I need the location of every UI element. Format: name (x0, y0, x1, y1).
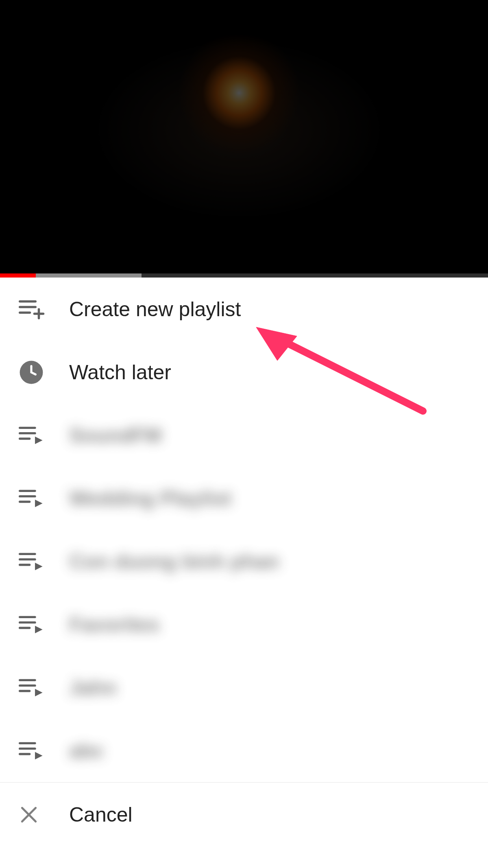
playlist-row-label: Favorites (69, 613, 159, 636)
video-progress-played (0, 273, 36, 278)
playlist-row[interactable]: abc (0, 719, 488, 782)
create-new-playlist-row[interactable]: Create new playlist (0, 278, 488, 341)
playlist-play-icon (19, 426, 69, 445)
video-dim-overlay (0, 0, 488, 278)
close-icon (19, 805, 69, 825)
video-progress-buffered (36, 273, 142, 278)
playlist-row[interactable]: Wedding Playlist (0, 467, 488, 530)
playlist-row[interactable]: Con duong binh phan (0, 530, 488, 593)
playlist-row[interactable]: SoundFM (0, 404, 488, 467)
playlist-play-icon (19, 741, 69, 761)
playlist-play-icon (19, 615, 69, 634)
svg-marker-25 (35, 689, 43, 696)
playlist-play-icon (19, 678, 69, 697)
playlist-row-label: Con duong binh phan (69, 550, 279, 573)
watch-later-row[interactable]: Watch later (0, 341, 488, 404)
playlist-row-label: Jahn (69, 676, 117, 700)
svg-marker-21 (35, 625, 43, 633)
cancel-row[interactable]: Cancel (0, 782, 488, 846)
video-player (0, 0, 488, 278)
playlist-row-label: Wedding Playlist (69, 487, 231, 510)
playlist-play-icon (19, 489, 69, 508)
svg-marker-29 (35, 752, 43, 759)
cancel-label: Cancel (69, 803, 133, 826)
svg-marker-9 (35, 436, 43, 444)
playlist-row[interactable]: Favorites (0, 593, 488, 656)
playlist-row-label: abc (69, 739, 104, 763)
create-new-playlist-label: Create new playlist (69, 297, 241, 321)
playlist-play-icon (19, 552, 69, 571)
clock-icon (19, 360, 69, 385)
playlist-row[interactable]: Jahn (0, 656, 488, 719)
watch-later-label: Watch later (69, 361, 171, 384)
svg-marker-17 (35, 562, 43, 570)
playlist-row-label: SoundFM (69, 424, 162, 447)
playlist-add-icon (19, 299, 69, 319)
svg-marker-13 (35, 499, 43, 507)
save-to-playlist-sheet: Create new playlist Watch later (0, 278, 488, 846)
